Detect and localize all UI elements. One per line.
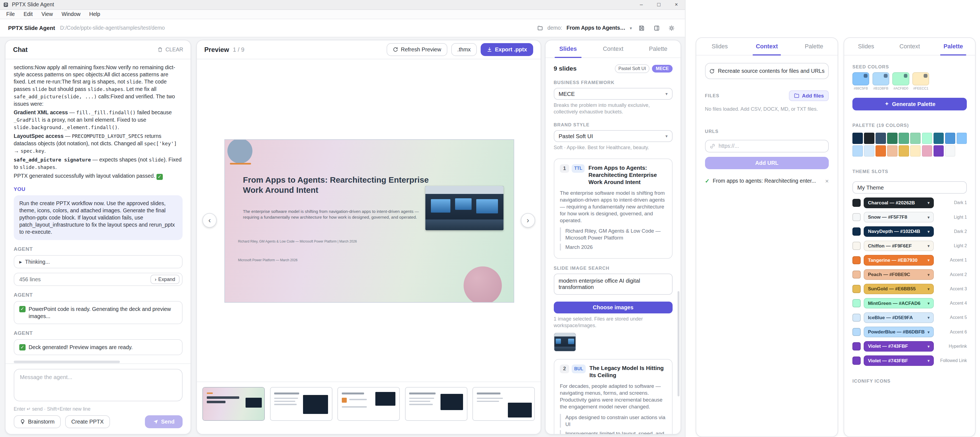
slot-color-chip <box>853 314 861 322</box>
slot-color-select[interactable]: Tangerine — #EB7930▾ <box>864 255 934 266</box>
palette-color[interactable] <box>864 133 874 144</box>
seed-remove-icon[interactable] <box>864 74 867 78</box>
palette-color[interactable] <box>934 133 944 144</box>
deck-selector[interactable]: From Apps to Agents… <box>566 25 625 31</box>
seed-remove-icon[interactable] <box>904 74 908 78</box>
slot-color-select[interactable]: Violet — #743FBF▾ <box>864 355 934 366</box>
slot-color-select[interactable]: IceBlue — #D5E9FA▾ <box>864 312 934 323</box>
add-url-button[interactable]: Add URL <box>705 157 829 169</box>
header-actions: demo: From Apps to Agents… ▾ <box>537 23 677 33</box>
next-slide-button[interactable]: › <box>521 213 535 227</box>
slot-color-select[interactable]: NavyDepth — #102D4B▾ <box>864 226 934 237</box>
slide-thumbnail-5[interactable] <box>473 387 535 421</box>
create-pptx-button[interactable]: Create PPTX <box>65 415 110 429</box>
minimize-button[interactable]: – <box>632 0 650 10</box>
palette-color[interactable] <box>945 145 956 157</box>
palette-color[interactable] <box>875 133 886 144</box>
panel-toggle-icon[interactable] <box>651 23 662 33</box>
framework-select[interactable]: MECE ▾ <box>554 88 673 100</box>
menu-file[interactable]: File <box>2 10 19 19</box>
palette-color[interactable] <box>957 133 967 144</box>
palette-color[interactable] <box>899 133 909 144</box>
selected-image-thumbnail[interactable] <box>554 332 576 351</box>
slide-thumbnail-3[interactable] <box>337 387 400 421</box>
chevron-down-icon[interactable]: ▾ <box>630 25 632 31</box>
seed-color[interactable]: #ACF8D0 <box>892 72 909 90</box>
chat-input[interactable] <box>14 369 183 401</box>
maximize-button[interactable]: □ <box>650 0 668 10</box>
expand-code-button[interactable]: › Expand <box>150 275 180 284</box>
slot-color-select[interactable]: Snow — #F5F7F8▾ <box>864 212 934 222</box>
seed-color[interactable]: #88C5FB <box>853 72 869 90</box>
palette-color[interactable] <box>887 133 897 144</box>
tab-context[interactable]: Context <box>888 38 932 55</box>
slide-byline: Richard Riley, GM Agents & Low Code — Mi… <box>238 239 356 243</box>
palette-color[interactable] <box>899 145 909 157</box>
palette-color[interactable] <box>853 133 863 144</box>
palette-color[interactable] <box>945 133 956 144</box>
thinking-toggle[interactable]: ▸ Thinking... <box>14 255 183 268</box>
url-input[interactable]: https://... <box>705 140 829 152</box>
palette-color[interactable] <box>934 145 944 157</box>
menu-window[interactable]: Window <box>57 10 85 19</box>
slot-color-select[interactable]: Peach — #F0BE9C▾ <box>864 269 934 280</box>
slide-card-2[interactable]: 2 BUL The Legacy Model Is Hitting Its Ce… <box>554 359 673 434</box>
tab-slides[interactable]: Slides <box>546 40 591 57</box>
save-icon[interactable] <box>636 23 647 33</box>
slide-thumbnail-2[interactable] <box>270 387 332 421</box>
export-pptx-button[interactable]: Export .pptx <box>480 43 533 56</box>
palette-color[interactable] <box>910 145 921 157</box>
chevron-down-icon: ▾ <box>928 215 930 220</box>
vertical-scrollbar[interactable] <box>678 291 679 396</box>
choose-images-button[interactable]: Choose images <box>554 302 673 314</box>
slot-color-chip <box>853 299 861 307</box>
seed-remove-icon[interactable] <box>884 74 888 78</box>
close-button[interactable]: × <box>668 0 685 10</box>
tab-palette[interactable]: Palette <box>931 38 975 55</box>
remove-url-button[interactable]: × <box>825 177 829 185</box>
export-thmx-button[interactable]: .thmx <box>451 43 477 56</box>
previous-slide-button[interactable]: ‹ <box>202 213 217 227</box>
slot-color-select[interactable]: Chiffon — #F9F6EF▾ <box>864 241 934 251</box>
horizontal-scrollbar[interactable] <box>14 361 120 363</box>
download-icon <box>487 47 492 52</box>
generate-palette-button[interactable]: Generate Palette <box>853 98 967 110</box>
tab-palette[interactable]: Palette <box>636 40 681 57</box>
menu-edit[interactable]: Edit <box>19 10 37 19</box>
slot-color-select[interactable]: SunGold — #E6BB55▾ <box>864 284 934 294</box>
seed-remove-icon[interactable] <box>924 74 928 78</box>
slide-card-1[interactable]: 1 TTL From Apps to Agents: Rearchitectin… <box>554 158 673 258</box>
palette-color[interactable] <box>922 133 932 144</box>
send-button[interactable]: Send <box>145 415 183 429</box>
tab-context[interactable]: Context <box>743 38 790 55</box>
recreate-sources-button[interactable]: Recreate source contents for files and U… <box>705 63 829 79</box>
gear-icon[interactable] <box>666 23 677 33</box>
menu-help[interactable]: Help <box>85 10 105 19</box>
seed-color[interactable]: #B1DBFB <box>872 72 889 90</box>
palette-color[interactable] <box>922 145 932 157</box>
brainstorm-button[interactable]: Brainstorm <box>14 415 61 429</box>
menu-view[interactable]: View <box>37 10 57 19</box>
theme-name-input[interactable] <box>853 181 967 194</box>
slot-color-select[interactable]: PowderBlue — #B6DBFB▾ <box>864 326 934 337</box>
palette-color[interactable] <box>853 145 863 157</box>
clear-chat-button[interactable]: CLEAR <box>157 47 183 53</box>
slot-color-select[interactable]: Violet — #743FBF▾ <box>864 341 934 352</box>
tab-slides[interactable]: Slides <box>844 38 888 55</box>
tab-slides[interactable]: Slides <box>696 38 743 55</box>
palette-color[interactable] <box>875 145 886 157</box>
palette-color[interactable] <box>910 133 921 144</box>
slide-thumbnail-4[interactable] <box>405 387 468 421</box>
seed-color[interactable]: #FEECC1 <box>912 72 929 90</box>
refresh-preview-button[interactable]: Refresh Preview <box>387 43 447 56</box>
slide-thumbnail-1[interactable] <box>202 387 265 421</box>
brand-style-select[interactable]: Pastel Soft UI ▾ <box>554 130 673 142</box>
palette-color[interactable] <box>887 145 897 157</box>
tab-context[interactable]: Context <box>591 40 636 57</box>
image-search-input[interactable]: modern enterprise office AI digital tran… <box>554 274 673 295</box>
palette-color[interactable] <box>864 145 874 157</box>
tab-palette[interactable]: Palette <box>791 38 838 55</box>
slot-color-select[interactable]: MintGreen — #ACFAD6▾ <box>864 298 934 309</box>
slot-color-select[interactable]: Charcoal — #20262B▾ <box>864 198 934 208</box>
add-files-button[interactable]: Add files <box>789 90 829 101</box>
